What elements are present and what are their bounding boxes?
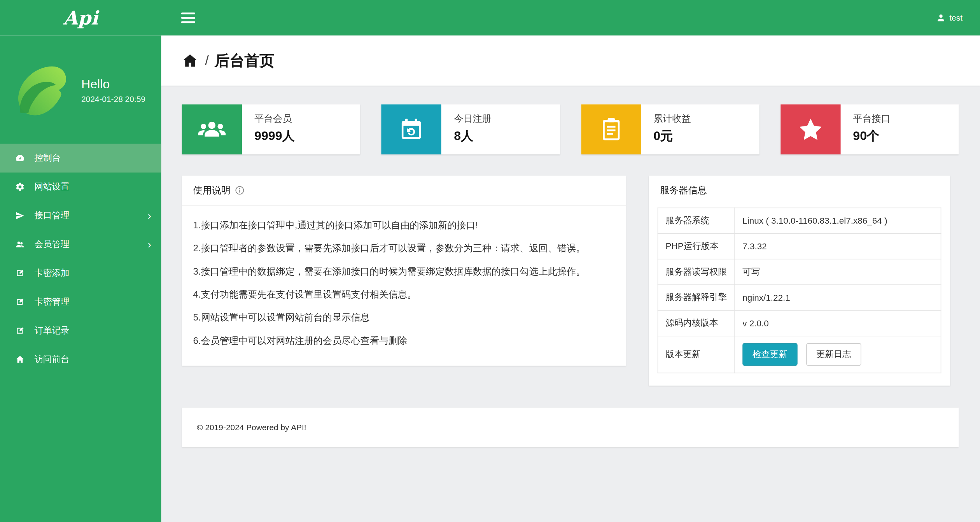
sidebar-menu: 控制台 网站设置 接口管理 › 会员管理 › 卡 <box>0 144 161 374</box>
main-content: / 后台首页 <box>161 36 980 522</box>
users-group-icon <box>182 104 242 154</box>
clipboard-icon <box>581 104 641 154</box>
server-row-label: PHP运行版本 <box>658 233 735 259</box>
server-row-label: 服务器系统 <box>658 208 735 233</box>
username: test <box>949 13 962 23</box>
info-icon <box>235 186 244 195</box>
sidebar-item-visit-frontend[interactable]: 访问前台 <box>0 345 161 374</box>
hamburger-icon <box>181 12 195 14</box>
server-row-actions: 检查更新 更新日志 <box>735 336 941 373</box>
server-row-label: 源码内核版本 <box>658 310 735 336</box>
stat-cards: 平台会员 9999人 <box>182 104 959 154</box>
check-update-button[interactable]: 检查更新 <box>742 343 797 366</box>
sidebar-item-label: 卡密添加 <box>34 268 69 279</box>
server-row-value: nginx/1.22.1 <box>735 285 941 310</box>
greeting: Hello <box>81 77 145 91</box>
gear-icon <box>15 182 28 192</box>
login-datetime: 2024-01-28 20:59 <box>81 95 145 104</box>
sidebar-item-api-management[interactable]: 接口管理 › <box>0 201 161 230</box>
table-row: 服务器系统 Linux ( 3.10.0-1160.83.1.el7.x86_6… <box>658 208 941 233</box>
server-row-label: 服务器解释引擎 <box>658 285 735 310</box>
sidebar-toggle-button[interactable] <box>177 9 199 27</box>
server-row-label: 服务器读写权限 <box>658 259 735 285</box>
sidebar-item-card-management[interactable]: 卡密管理 <box>0 287 161 316</box>
server-row-label: 版本更新 <box>658 336 735 373</box>
server-row-value: 可写 <box>735 259 941 285</box>
stat-value: 0元 <box>653 128 691 144</box>
stat-value: 9999人 <box>254 128 295 144</box>
users-icon <box>15 240 28 250</box>
profile-section: Hello 2024-01-28 20:59 <box>0 36 161 144</box>
update-log-button[interactable]: 更新日志 <box>806 343 861 366</box>
home-icon[interactable] <box>182 53 198 69</box>
page-title: 后台首页 <box>214 51 274 70</box>
edit-icon <box>15 297 28 307</box>
calendar-icon <box>382 104 441 154</box>
sidebar-item-label: 会员管理 <box>34 239 69 250</box>
sidebar: Hello 2024-01-28 20:59 控制台 网站设置 接口管理 › <box>0 36 161 522</box>
usage-panel-title: 使用说明 <box>193 184 231 196</box>
bird-logo <box>14 58 70 123</box>
sidebar-item-label: 访问前台 <box>34 354 69 365</box>
star-icon <box>780 104 840 154</box>
sidebar-item-member-management[interactable]: 会员管理 › <box>0 230 161 259</box>
table-row: 服务器解释引擎 nginx/1.22.1 <box>658 285 941 310</box>
stat-label: 今日注册 <box>454 113 491 125</box>
usage-line: 4.支付功能需要先在支付设置里设置码支付相关信息。 <box>193 282 615 305</box>
stat-value: 8人 <box>454 128 491 144</box>
sidebar-item-dashboard[interactable]: 控制台 <box>0 144 161 173</box>
breadcrumb-separator: / <box>205 53 209 69</box>
dashboard-icon <box>15 153 28 163</box>
sidebar-item-label: 订单记录 <box>34 325 69 336</box>
profile-text: Hello 2024-01-28 20:59 <box>81 77 145 104</box>
table-row: 服务器读写权限 可写 <box>658 259 941 285</box>
home-icon <box>15 354 28 364</box>
chevron-right-icon: › <box>148 239 151 250</box>
server-row-value: v 2.0.0 <box>735 310 941 336</box>
stat-value: 90个 <box>853 128 890 144</box>
sidebar-item-label: 网站设置 <box>34 181 69 193</box>
stat-label: 平台会员 <box>254 113 295 125</box>
stat-card-members: 平台会员 9999人 <box>182 104 360 154</box>
server-info-table: 服务器系统 Linux ( 3.10.0-1160.83.1.el7.x86_6… <box>658 208 942 373</box>
usage-panel: 使用说明 1.接口添加在接口管理中,通过其的接口添加可以自由的添加新的接口! 2… <box>182 176 626 366</box>
topbar: Api test <box>0 0 980 36</box>
table-row: 源码内核版本 v 2.0.0 <box>658 310 941 336</box>
sidebar-item-order-records[interactable]: 订单记录 <box>0 316 161 345</box>
table-row: PHP运行版本 7.3.32 <box>658 233 941 259</box>
sidebar-item-card-add[interactable]: 卡密添加 <box>0 259 161 287</box>
copyright-text: © 2019-2024 Powered by API! <box>197 422 306 432</box>
paper-plane-icon <box>15 211 28 221</box>
stat-label: 平台接口 <box>853 113 890 125</box>
viewport: Api test <box>0 0 980 522</box>
usage-line: 6.会员管理中可以对网站注册的会员尽心查看与删除 <box>193 329 615 352</box>
stat-card-earnings: 累计收益 0元 <box>581 104 759 154</box>
server-info-panel: 服务器信息 服务器系统 Linux ( 3.10.0-1160.83.1.el7… <box>649 176 950 386</box>
stat-label: 累计收益 <box>653 113 691 125</box>
sidebar-item-label: 控制台 <box>34 152 60 164</box>
sidebar-item-label: 卡密管理 <box>34 296 69 308</box>
usage-line: 5.网站设置中可以设置网站前台的显示信息 <box>193 306 615 329</box>
usage-instructions: 1.接口添加在接口管理中,通过其的接口添加可以自由的添加新的接口! 2.接口管理… <box>182 206 626 366</box>
chevron-right-icon: › <box>148 210 151 221</box>
user-icon <box>936 13 946 23</box>
stat-card-registrations: 今日注册 8人 <box>382 104 560 154</box>
sidebar-item-site-settings[interactable]: 网站设置 <box>0 173 161 201</box>
sidebar-item-label: 接口管理 <box>34 210 69 221</box>
usage-line: 1.接口添加在接口管理中,通过其的接口添加可以自由的添加新的接口! <box>193 213 615 236</box>
usage-line: 2.接口管理者的参数设置，需要先添加接口后才可以设置，参数分为三种：请求、返回、… <box>193 236 615 259</box>
footer: © 2019-2024 Powered by API! <box>182 408 959 447</box>
usage-line: 3.接口管理中的数据绑定，需要在添加接口的时候为需要绑定数据库数据的接口勾选上此… <box>193 259 615 282</box>
stat-card-apis: 平台接口 90个 <box>780 104 959 154</box>
user-menu[interactable]: test <box>936 13 962 23</box>
server-row-value: 7.3.32 <box>735 233 941 259</box>
server-panel-title: 服务器信息 <box>660 184 707 196</box>
server-row-value: Linux ( 3.10.0-1160.83.1.el7.x86_64 ) <box>735 208 941 233</box>
app-logo[interactable]: Api <box>0 7 161 29</box>
table-row: 版本更新 检查更新 更新日志 <box>658 336 941 373</box>
breadcrumb: / 后台首页 <box>161 36 980 86</box>
edit-icon <box>15 326 28 336</box>
edit-icon <box>15 268 28 278</box>
